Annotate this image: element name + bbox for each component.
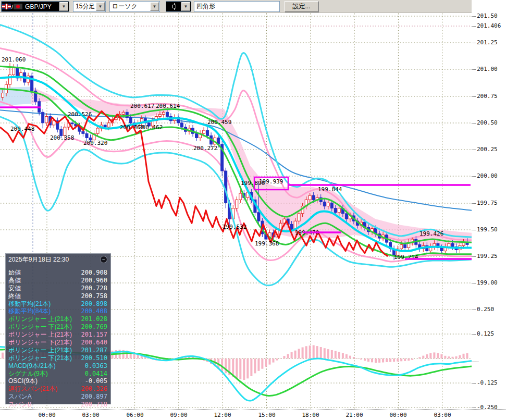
macd-histogram-bar [411,359,413,360]
macd-histogram-bar [276,359,278,361]
macd-histogram-bar [448,356,450,359]
indicator-row: スパンA200.897 [8,393,107,400]
time-tick-label: 00:00 [389,412,406,418]
swing-price-label: 199.426 [419,230,443,237]
macd-tick-label: -0.125 [472,379,498,386]
macd-histogram-bar [294,351,297,359]
candle-body [107,123,110,127]
macd-histogram-bar [243,359,245,380]
candle-body [203,130,205,133]
swing-price-label: 200.358 [50,134,74,141]
candle-body [195,133,198,138]
ohlc-tooltip-panel[interactable]: 2025年9月18日 22:30 − 始値200.908高値200.960安値2… [5,253,111,404]
price-tick-label: 200.00 [472,172,498,179]
macd-histogram-bar [239,359,241,379]
macd-zero-tick [472,358,480,365]
macd-histogram-bar [353,357,355,359]
indicator-value: 200.326 [81,385,107,392]
macd-histogram-bar [426,354,428,359]
price-tick-label: 200.75 [472,93,498,100]
indicator-label: スパンB [8,401,32,408]
macd-histogram-bar [236,359,238,378]
indicator-label: 始値 [8,269,21,276]
indicator-value: 200.718 [81,401,107,408]
indicator-value: 200.728 [81,285,107,292]
macd-histogram-bar [265,359,267,367]
macd-histogram-bar [400,359,402,361]
macd-histogram-bar [367,359,369,362]
indicator-value: 200.769 [81,323,107,330]
macd-histogram-bar [298,349,300,359]
indicator-label: 移動平均(84本) [8,307,51,315]
macd-histogram-bar [459,355,461,359]
indicator-label: ボリンジャー 上(21本) [8,331,72,338]
time-tick-label: 15:00 [258,412,275,418]
candle-body [104,125,106,127]
swing-price-label: 200.448 [10,126,34,132]
minimize-button[interactable]: − [100,256,107,263]
crosshair-price-label: 201.406 [472,22,501,29]
macd-histogram-bar [382,359,384,363]
indicator-value: 201.157 [81,331,107,338]
indicator-row: 移動平均(21本)200.898 [8,300,107,307]
indicator-label: 安値 [8,285,21,292]
time-tick-label: 12:00 [214,412,231,418]
macd-histogram-bar [225,359,227,373]
candle-body [45,117,48,123]
macd-histogram-bar [408,359,410,361]
fx-chart-app: / GBP/JPY ▼ 15分足 ▼ ローソク ▼ ▼ 四角形 設定... 20… [0,0,506,420]
indicator-label: MACD(9本/21本) [8,362,56,369]
price-tick-label: 199.25 [472,253,498,260]
macd-histogram-bar [375,359,377,363]
tooltip-date-text: 2025年9月18日 22:30 [8,256,69,263]
swing-price-label: 201.060 [2,56,26,63]
candle-body [158,114,161,116]
indicator-row: 高値200.960 [8,277,107,284]
price-tick-label: 201.50 [472,13,498,19]
macd-histogram-bar [397,359,399,362]
candle-body [96,128,99,133]
indicator-row: 始値200.908 [8,269,107,276]
macd-histogram-bar [422,356,424,359]
candle-body [448,243,450,246]
swing-price-label: 200.272 [193,145,217,152]
indicator-label: ボリンジャー 下(21本) [8,339,72,346]
macd-histogram-bar [342,353,344,359]
macd-tick-label: 0.250 [472,306,494,313]
indicator-row: ボリンジャー 上(21本)201.157 [8,331,107,338]
indicator-value: 201.028 [81,315,107,323]
candle-body [13,67,15,75]
indicator-row: ボリンジャー 上(21本)201.287 [8,347,107,354]
macd-histogram-bar [309,345,311,359]
candle-body [323,202,326,206]
candle-body [312,195,315,200]
time-axis: 00:0003:0006:0009:0012:0015:0018:0021:00… [0,409,506,420]
macd-histogram-bar [404,359,406,361]
macd-histogram-bar [338,352,340,359]
indicator-label: ボリンジャー 上(21本) [8,315,72,323]
indicator-row: シグナル(9本)0.0414 [8,370,107,377]
macd-histogram-bar [455,356,458,359]
indicator-value: 201.287 [81,347,107,354]
indicator-label: 移動平均(21本) [8,300,51,307]
time-tick-label: 18:00 [302,412,319,418]
candle-body [236,200,238,208]
price-tick-label: 201.25 [472,39,498,46]
swing-price-label: 199.939 [259,178,283,185]
macd-histogram-bar [378,359,380,363]
time-tick-label: 21:00 [345,412,363,418]
candle-body [334,208,337,213]
price-tick-label: 200.50 [472,119,498,126]
macd-histogram-bar [429,353,431,359]
ichimoku-cloud [60,100,89,113]
macd-histogram-bar [440,354,442,359]
macd-histogram-bar [364,359,366,361]
swing-price-label: 199.844 [318,186,342,193]
swing-price-label: 200.320 [83,140,107,146]
indicator-label: ボリンジャー 下(21本) [8,323,72,330]
indicator-value: 0.0363 [85,362,107,369]
indicator-label: 終値 [8,292,21,300]
price-tick-label: 199.00 [472,279,498,286]
macd-histogram-bar [349,356,351,359]
price-axis: 201.50201.25201.00200.75200.50200.25200.… [472,0,506,409]
